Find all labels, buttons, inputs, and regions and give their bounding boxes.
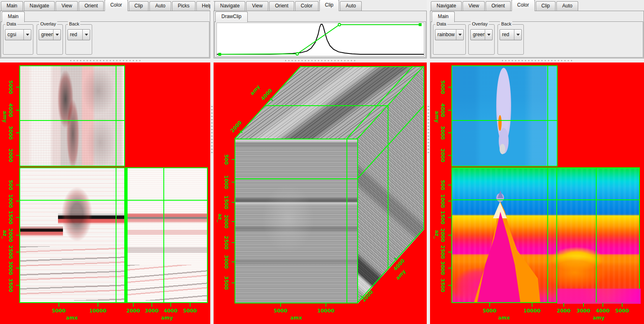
tick-mark	[16, 235, 20, 236]
histogram-curve	[217, 24, 424, 54]
tab-auto[interactable]: Auto	[340, 1, 362, 11]
tab-color[interactable]: Color	[105, 0, 128, 11]
crosshair-vertical[interactable]	[547, 168, 548, 302]
axis-tick-label: 2000	[8, 148, 14, 162]
clip-curve-plot[interactable]	[216, 23, 424, 56]
crosshair-horizontal[interactable]	[128, 200, 207, 201]
velocity-anomaly	[500, 144, 505, 154]
axis-name-az: az_	[434, 230, 440, 238]
crosshair-vertical[interactable]	[116, 66, 116, 166]
tick-mark	[16, 285, 20, 286]
tab-view[interactable]: View	[56, 1, 78, 11]
horizontal-splitter[interactable]	[430, 58, 644, 62]
tab-view[interactable]: View	[246, 1, 268, 11]
tab-color[interactable]: Color	[295, 1, 319, 11]
axis-tick-label: 5000	[483, 308, 496, 314]
velocity-anomaly	[542, 256, 608, 289]
tab-clip[interactable]: Clip	[319, 0, 339, 11]
crosshair-vertical[interactable]	[596, 168, 597, 302]
left-seismic-canvas: 5000 4000 3000 2000 amy 500 1000 1500 20…	[0, 62, 210, 324]
tick-mark	[448, 87, 452, 88]
axis-tick-label: 1500	[440, 211, 446, 224]
crosshair-vertical[interactable]	[163, 168, 164, 302]
dropdown-arrow-icon[interactable]	[514, 30, 521, 40]
tab-navigate[interactable]: Navigate	[431, 1, 462, 11]
slice-line-az-front[interactable]	[235, 178, 358, 179]
back-color-value: red	[500, 30, 514, 40]
tab-auto[interactable]: Auto	[556, 1, 578, 11]
clip-endpoint-handle[interactable]	[218, 53, 221, 56]
seismic-texture	[20, 246, 124, 301]
panel-right: Navigate View Orient Color Clip Auto Mai…	[430, 0, 644, 324]
tick-mark	[489, 303, 490, 307]
crosshair-vertical[interactable]	[547, 66, 548, 166]
axis-tick-label: 3000	[8, 261, 14, 275]
axis-tick-label: 5000	[183, 308, 197, 314]
dropdown-arrow-icon[interactable]	[53, 30, 60, 40]
axis-tick-label: 500	[223, 154, 229, 164]
back-color-select[interactable]: red	[67, 29, 90, 40]
section-view-az-amx[interactable]	[19, 167, 125, 303]
back-group-label: Back	[68, 21, 80, 26]
overlay-color-select[interactable]: green	[470, 29, 493, 40]
overlay-color-select[interactable]: green	[39, 29, 61, 40]
dropdown-arrow-icon[interactable]	[456, 30, 463, 40]
clip-curve-svg	[217, 23, 424, 56]
clip-vertex-handle[interactable]	[338, 23, 341, 26]
tab-view[interactable]: View	[463, 1, 485, 11]
tab-navigate[interactable]: Navigate	[214, 1, 245, 11]
tick-mark	[133, 303, 134, 307]
horizontal-splitter[interactable]	[214, 58, 427, 62]
section-view-az-amy[interactable]	[125, 167, 208, 303]
cube-edge	[235, 139, 235, 303]
tab-color[interactable]: Color	[511, 0, 535, 11]
tab-picks[interactable]: Picks	[172, 1, 195, 11]
axis-tick-label: 4000	[164, 308, 177, 314]
axis-tick-label: 10000	[317, 308, 335, 314]
axis-name-amx: amx	[66, 315, 78, 321]
horizontal-splitter[interactable]	[0, 58, 210, 62]
clip-endpoint-handle[interactable]	[419, 23, 422, 26]
map-view-amy-amx[interactable]	[19, 65, 125, 167]
slice-line-amx-front[interactable]	[346, 139, 347, 303]
cube-edge	[300, 66, 424, 67]
subtab-main[interactable]: Main	[2, 12, 25, 22]
tick-mark	[448, 132, 452, 133]
crosshair-horizontal[interactable]	[452, 199, 639, 200]
axis-tick-label: 3000	[145, 308, 158, 314]
crosshair-horizontal[interactable]	[452, 120, 557, 121]
data-colormap-select[interactable]: cgsi	[5, 29, 31, 40]
axis-tick-label: 4000	[440, 103, 446, 117]
tab-auto[interactable]: Auto	[149, 1, 171, 11]
velocity-section-view[interactable]	[451, 167, 640, 303]
tab-navigate[interactable]: Navigate	[24, 1, 55, 11]
dropdown-arrow-icon[interactable]	[23, 30, 31, 40]
right-color-page: Data rainbow Overlay green Back red	[431, 21, 643, 58]
crosshair-horizontal[interactable]	[20, 200, 124, 201]
back-color-select[interactable]: red	[500, 29, 522, 40]
clip-transfer-line[interactable]	[220, 25, 420, 54]
clip-vertex-handle[interactable]	[296, 53, 298, 55]
tab-clip[interactable]: Clip	[536, 1, 556, 11]
overlay-color-value: green	[39, 30, 53, 40]
slice-line-amy-top[interactable]	[265, 105, 388, 106]
crosshair-horizontal[interactable]	[20, 120, 124, 121]
tab-orient[interactable]: Orient	[79, 1, 104, 11]
subtab-drawclip[interactable]: DrawClip	[215, 12, 248, 22]
vertical-splitter[interactable]	[427, 0, 430, 324]
dropdown-arrow-icon[interactable]	[485, 30, 492, 40]
velocity-map-view[interactable]	[451, 65, 558, 167]
overlay-groupbox: Overlay green	[37, 24, 63, 55]
slice-line-amy-side[interactable]	[388, 105, 388, 268]
data-colormap-select[interactable]: rainbow	[435, 29, 464, 40]
dropdown-arrow-icon[interactable]	[82, 30, 90, 40]
tab-orient[interactable]: Orient	[486, 1, 511, 11]
tab-orient[interactable]: Orient	[269, 1, 294, 11]
right-velocity-canvas: 5000 4000 3000 2000 amy 500 1000 1500 20…	[430, 62, 644, 324]
subtab-main[interactable]: Main	[432, 12, 455, 22]
tab-main[interactable]: Main	[1, 1, 23, 11]
vertical-splitter[interactable]	[210, 0, 214, 324]
axis-tick-label: 2000	[126, 308, 140, 314]
tab-clip[interactable]: Clip	[129, 1, 149, 11]
crosshair-vertical[interactable]	[116, 168, 116, 302]
